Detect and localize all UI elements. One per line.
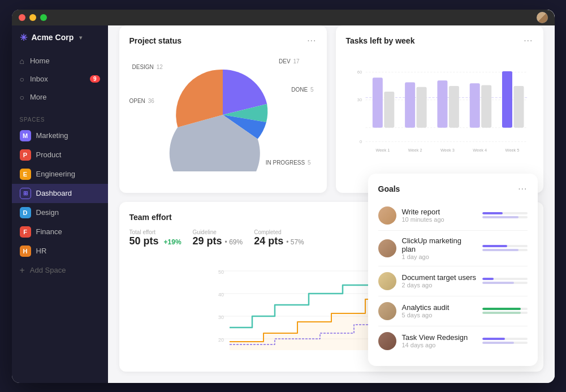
goal-info-1: Write report 10 minutes ago [402, 208, 477, 223]
title-bar [12, 10, 555, 25]
svg-text:Week 3: Week 3 [440, 148, 454, 153]
progress-track-4a [482, 308, 528, 310]
space-label-design: Design [36, 208, 59, 217]
bar-w1-light [372, 77, 382, 127]
progress-fill-5a [482, 338, 505, 340]
goal-info-5: Task View Redesign 14 days ago [402, 333, 477, 348]
nav-home-label: Home [30, 57, 50, 65]
progress-fill-3a [482, 278, 494, 280]
tasks-card: Tasks left by week ··· 60 30 0 [336, 25, 543, 193]
pie-chart-container: DEV 17 DONE 5 IN PROGRESS 5 OPEN 36 DESI… [129, 53, 317, 177]
goal-avatar-2 [378, 239, 396, 257]
goal-item-1[interactable]: Write report 10 minutes ago [378, 201, 528, 231]
goal-avatar-1 [378, 206, 396, 225]
nav-home[interactable]: ⌂ Home [12, 52, 108, 70]
project-status-menu[interactable]: ··· [307, 36, 316, 46]
nav-more[interactable]: ○ More [12, 88, 108, 106]
home-icon: ⌂ [20, 57, 24, 66]
svg-text:20: 20 [218, 337, 224, 343]
goal-item-4[interactable]: Analytics audit 5 days ago [378, 296, 528, 326]
goal-avatar-3 [378, 272, 396, 290]
space-product[interactable]: P Product [12, 145, 108, 165]
bar-w2-gray [416, 87, 426, 127]
close-button[interactable] [19, 14, 25, 21]
effort-pct-guideline: • 69% [225, 238, 243, 246]
user-avatar[interactable] [537, 12, 548, 23]
effort-pct-completed: • 57% [286, 238, 304, 246]
space-label-hr: HR [36, 247, 47, 255]
progress-fill-5b [482, 342, 514, 344]
progress-fill-2b [482, 249, 519, 251]
goal-item-3[interactable]: Document target users 2 days ago [378, 266, 528, 296]
space-icon-marketing: M [20, 130, 31, 141]
pie-label-design: DESIGN 12 [132, 64, 163, 70]
svg-text:50: 50 [218, 269, 224, 275]
bar-chart-wrapper: 60 30 0 [346, 53, 533, 168]
brand-name: Acme Corp [32, 33, 74, 42]
effort-label-guideline: Guideline [193, 229, 243, 235]
svg-text:Week 2: Week 2 [408, 148, 422, 153]
tasks-menu[interactable]: ··· [524, 36, 533, 46]
svg-text:0: 0 [359, 139, 361, 144]
goals-header: Goals ··· [378, 184, 528, 194]
space-dashboard[interactable]: ⊞ Dashboard [12, 184, 108, 203]
goal-time-5: 14 days ago [402, 342, 477, 348]
space-marketing[interactable]: M Marketing [12, 126, 108, 145]
space-icon-dashboard: ⊞ [20, 188, 31, 199]
tasks-title: Tasks left by week [346, 36, 415, 45]
progress-fill-3b [482, 282, 514, 284]
space-hr[interactable]: H HR [12, 242, 108, 261]
effort-value-total: 50 pts +19% [129, 235, 182, 247]
nav-inbox[interactable]: ○ Inbox 9 [12, 70, 108, 88]
bar-w4-light [469, 83, 479, 128]
space-icon-engineering: E [20, 169, 31, 180]
goal-item-5[interactable]: Task View Redesign 14 days ago [378, 326, 528, 356]
space-engineering[interactable]: E Engineering [12, 165, 108, 184]
goals-card: Goals ··· Write report 10 minutes ago [368, 174, 538, 366]
maximize-button[interactable] [40, 14, 47, 21]
effort-label-completed: Completed [254, 229, 304, 235]
goal-info-3: Document target users 2 days ago [402, 273, 477, 288]
goal-item-2[interactable]: ClickUp marketing plan 1 day ago [378, 231, 528, 266]
goal-progress-3 [482, 278, 528, 284]
space-icon-finance: F [20, 226, 31, 238]
space-finance[interactable]: F Finance [12, 222, 108, 242]
team-effort-title: Team effort [129, 213, 172, 222]
inbox-badge: 9 [90, 75, 100, 83]
goal-name-3: Document target users [402, 273, 477, 282]
progress-track-1b [482, 216, 528, 218]
add-space-button[interactable]: + Add Space [12, 261, 108, 280]
brand-button[interactable]: ✳ Acme Corp ▾ [12, 25, 108, 50]
pie-label-dev: DEV 17 [279, 58, 299, 64]
space-label-marketing: Marketing [36, 131, 68, 140]
space-label-finance: Finance [36, 227, 62, 236]
minimize-button[interactable] [29, 14, 36, 21]
goal-info-2: ClickUp marketing plan 1 day ago [402, 236, 477, 260]
effort-stat-total: Total effort 50 pts +19% [129, 229, 182, 247]
svg-text:40: 40 [218, 292, 224, 298]
goals-menu[interactable]: ··· [518, 184, 527, 194]
effort-stat-completed: Completed 24 pts • 57% [254, 229, 304, 247]
svg-text:60: 60 [357, 69, 361, 74]
more-icon: ○ [20, 93, 24, 102]
progress-track-1a [482, 212, 528, 214]
goal-name-4: Analytics audit [402, 303, 477, 312]
goal-name-5: Task View Redesign [402, 333, 477, 342]
progress-fill-4b [482, 312, 521, 314]
spaces-label: Spaces [12, 109, 108, 126]
space-design[interactable]: D Design [12, 203, 108, 222]
sidebar: ✳ Acme Corp ▾ ⌂ Home ○ Inbox 9 ○ More Sp… [12, 10, 108, 383]
space-icon-design: D [20, 207, 31, 218]
nav-more-label: More [30, 93, 47, 101]
app-window: ✳ Acme Corp ▾ ⌂ Home ○ Inbox 9 ○ More Sp… [12, 10, 555, 383]
space-label-dashboard: Dashboard [36, 189, 72, 197]
pie-label-open: OPEN 36 [129, 98, 154, 104]
progress-track-2b [482, 249, 528, 251]
top-row: Project status ··· [119, 25, 543, 193]
main-nav: ⌂ Home ○ Inbox 9 ○ More [12, 50, 108, 109]
bar-chart-svg: 60 30 0 [352, 53, 528, 166]
goal-progress-4 [482, 308, 528, 314]
space-icon-product: P [20, 149, 31, 161]
brand-caret: ▾ [79, 35, 82, 41]
goal-name-2: ClickUp marketing plan [402, 236, 477, 253]
